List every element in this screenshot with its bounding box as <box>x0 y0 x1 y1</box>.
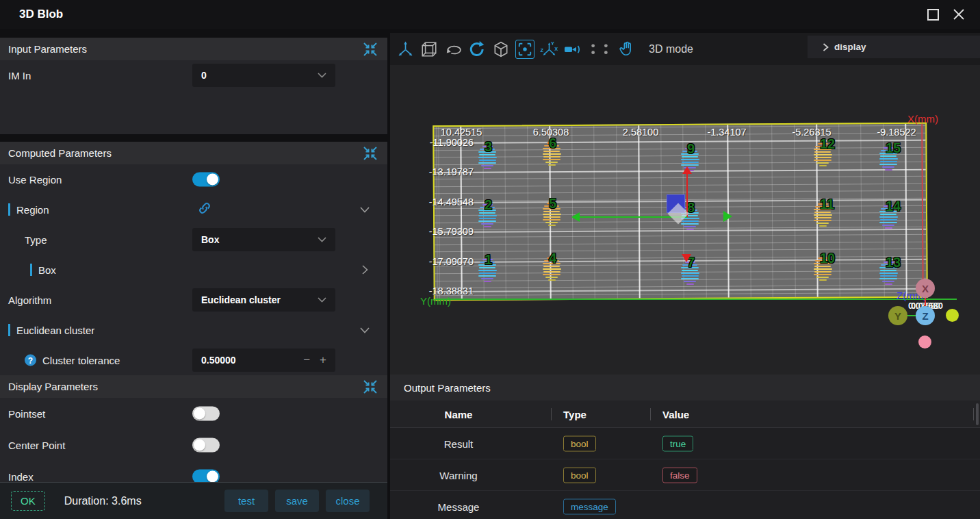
camera-icon[interactable] <box>563 40 582 59</box>
scrollbar-thumb[interactable] <box>976 403 979 425</box>
blob-scanline <box>682 162 699 163</box>
type-badge: bool <box>563 435 596 451</box>
blob-scanline <box>819 225 827 227</box>
blob-scanline <box>479 267 495 268</box>
blob-scanline <box>682 156 698 157</box>
blob-scanline <box>880 275 897 277</box>
algorithm-select[interactable]: Euclidean cluster <box>192 288 335 312</box>
nav-axis-dot-pink[interactable] <box>918 336 931 349</box>
gizmo-arrow-right-icon[interactable] <box>723 211 732 222</box>
mode-label: 3D mode <box>649 43 693 55</box>
3d-viewport[interactable]: 10.425156.503082.58100-1.34107-5.26315-9… <box>390 65 980 375</box>
output-name: Result <box>417 438 500 449</box>
orbit-rotate-icon[interactable] <box>443 40 463 59</box>
blob-cluster: 15 <box>879 147 898 170</box>
cube-icon[interactable] <box>491 40 511 59</box>
blob-scanline <box>819 279 827 281</box>
blob-scanline <box>814 212 831 213</box>
link-icon[interactable] <box>197 201 212 218</box>
save-button[interactable]: save <box>275 490 319 512</box>
pointset-toggle[interactable] <box>192 407 220 421</box>
nav-axis-z-button[interactable]: Z <box>916 306 935 325</box>
column-separator <box>551 408 552 420</box>
nav-axis-x-button[interactable]: X <box>916 279 935 298</box>
gizmo-arrow-down-icon[interactable] <box>682 254 691 262</box>
blob-scanline <box>484 281 491 282</box>
blob-scanline <box>814 160 831 161</box>
box-label: Box <box>30 264 56 276</box>
output-row: Warningboolfalse <box>390 459 980 491</box>
blob-scanline <box>543 153 561 155</box>
input-parameters-content: IM In 0 <box>0 60 387 134</box>
type-select[interactable]: Box <box>192 228 335 251</box>
blob-scanline <box>879 216 898 218</box>
reset-view-icon[interactable] <box>467 40 487 59</box>
gizmo-arrow-up-icon[interactable] <box>682 166 692 174</box>
im-in-select[interactable]: 0 <box>192 64 335 87</box>
blob-scanline <box>880 219 897 220</box>
chevron-right-icon[interactable] <box>359 265 371 275</box>
gizmo-arrow-left-icon[interactable] <box>571 212 580 222</box>
nav-axis-y-button[interactable]: Y <box>888 306 907 325</box>
chevron-down-icon[interactable] <box>360 324 370 336</box>
blob-scanline <box>879 273 898 274</box>
use-region-toggle[interactable] <box>192 173 220 187</box>
collapse-icon[interactable] <box>363 146 378 161</box>
blob-cluster: 5 <box>542 203 561 226</box>
blob-index-label: 11 <box>820 197 834 211</box>
svg-text:X: X <box>554 46 558 52</box>
blob-scanline <box>545 222 558 223</box>
chevron-down-icon[interactable] <box>360 203 370 216</box>
x-tick-label: -1.34107 <box>707 127 746 138</box>
decrement-button[interactable]: − <box>303 353 310 367</box>
input-parameters-header: Input Parameters <box>0 38 387 60</box>
section-title: Computed Parameters <box>8 147 112 159</box>
titlebar: 3D Blob <box>0 0 980 29</box>
im-in-label: IM In <box>8 70 31 81</box>
view-axes-icon[interactable] <box>396 40 415 59</box>
blob-scanline <box>885 169 892 170</box>
blob-scanline <box>879 278 897 279</box>
column-header: Type <box>563 408 586 420</box>
close-button[interactable] <box>953 8 965 21</box>
computed-parameters-content: Use Region Region Type Box Box Algorithm… <box>0 164 387 375</box>
blob-scanline <box>484 226 491 227</box>
blob-index-label: 10 <box>820 251 835 265</box>
axes-xyz-icon[interactable]: YZX <box>539 40 558 59</box>
pan-hand-icon[interactable] <box>617 40 636 59</box>
blob-cluster: 4 <box>542 257 561 281</box>
blob-scanline <box>882 225 894 226</box>
maximize-button[interactable] <box>927 9 939 21</box>
output-name: Warning <box>417 469 500 481</box>
nav-axis-dot-yellow[interactable] <box>946 309 959 322</box>
blob-scanline <box>545 162 558 163</box>
cluster-tolerance-input[interactable]: 0.50000 − + <box>192 349 335 372</box>
y-tick-label: -11.90026 <box>390 137 474 148</box>
collapse-icon[interactable] <box>363 379 378 394</box>
type-row: Type Box <box>0 225 387 255</box>
cluster-tolerance-value: 0.50000 <box>201 355 236 366</box>
help-icon[interactable]: ? <box>25 355 36 366</box>
blob-scanline <box>681 223 699 225</box>
blob-scanline <box>686 283 694 285</box>
separator-dots-icon <box>587 40 612 59</box>
collapse-icon[interactable] <box>363 42 378 57</box>
center-point-toggle[interactable] <box>192 438 220 453</box>
focus-center-icon[interactable] <box>515 40 534 59</box>
close-button[interactable]: close <box>326 490 370 512</box>
blob-index-label: 13 <box>886 255 901 269</box>
blob-cluster: 3 <box>478 146 497 169</box>
blob-scanline <box>478 215 497 216</box>
display-panel-tab[interactable]: display <box>808 36 980 58</box>
euclidean-cluster-label: Euclidean cluster <box>8 324 94 336</box>
window-title: 3D Blob <box>19 8 63 21</box>
type-value: Box <box>201 234 219 245</box>
blob-scanline <box>543 214 561 215</box>
cube-outline-icon[interactable] <box>420 40 439 59</box>
cluster-tolerance-label: ?Cluster tolerance <box>25 355 120 366</box>
test-button[interactable]: test <box>224 490 268 512</box>
increment-button[interactable]: + <box>320 353 326 367</box>
blob-scanline <box>880 155 897 157</box>
blob-scanline <box>479 212 495 214</box>
output-table-header: NameTypeValue <box>390 401 980 428</box>
